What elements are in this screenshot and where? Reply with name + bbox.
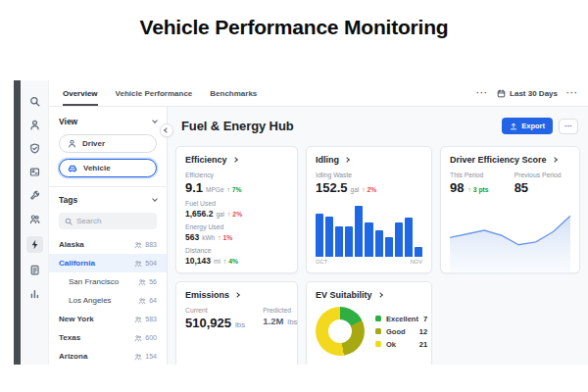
- state-row[interactable]: Texas600: [49, 328, 167, 347]
- ev-card-header[interactable]: EV Suitability: [316, 290, 422, 300]
- bar: [405, 218, 413, 257]
- chevron-right-icon: [232, 157, 238, 163]
- current-unit: lbs: [235, 320, 245, 329]
- ev-legend: Excellent7Good12Ok21: [375, 311, 427, 353]
- card-title: EV Suitability: [316, 290, 372, 300]
- export-button[interactable]: Export: [502, 118, 553, 134]
- state-label: Texas: [59, 333, 80, 342]
- current-value: 510,925: [185, 316, 231, 330]
- tag-search: [59, 213, 157, 229]
- bar: [375, 230, 383, 257]
- more-actions-button[interactable]: ···: [559, 119, 578, 134]
- search-icon: [65, 218, 73, 225]
- previous-period-label: Previous Period: [514, 172, 562, 178]
- state-row[interactable]: Los Angeles64: [49, 291, 167, 310]
- metric: Energy Used563kWh↑ 1%: [185, 223, 288, 242]
- bar: [415, 247, 422, 257]
- bar: [385, 237, 393, 257]
- view-option-label: Driver: [82, 139, 105, 148]
- bar: [335, 226, 343, 257]
- view-option-label: Vehicle: [83, 164, 111, 172]
- state-row[interactable]: Alaska883: [49, 235, 167, 254]
- this-period-value: 98: [450, 180, 464, 195]
- more-options-icon[interactable]: ···: [566, 88, 578, 98]
- emissions-card-header[interactable]: Emissions: [185, 290, 288, 300]
- tab-benchmarks[interactable]: Benchmarks: [210, 80, 257, 106]
- chevron-left-icon: [164, 127, 170, 133]
- filter-sidebar: View Driver Vehicle Tags: [49, 107, 168, 365]
- state-label: San Francisco: [69, 277, 119, 286]
- emissions-card: Emissions Current 510,925 lbs: [175, 281, 298, 365]
- donut-hole: [328, 319, 352, 343]
- efficiency-metrics: Efficiency9.1MPGe↑ 7%Fuel Used1,656.2gal…: [185, 172, 288, 266]
- metric-unit: gal: [351, 186, 360, 193]
- state-count: 56: [138, 278, 157, 286]
- legend-row: Excellent7: [375, 315, 427, 323]
- divider: [49, 186, 167, 187]
- state-row[interactable]: New York583: [49, 310, 167, 328]
- predicted-label: Predicted: [263, 307, 297, 314]
- shield-check-icon[interactable]: [28, 142, 41, 155]
- state-count: 883: [134, 241, 157, 249]
- metric: Efficiency9.1MPGe↑ 7%: [185, 172, 288, 195]
- main-content: Fuel & Energy Hub Export ··· Efficiency: [168, 107, 588, 365]
- predicted-unit: lbs: [287, 318, 297, 326]
- state-row[interactable]: San Francisco56: [49, 272, 167, 291]
- notebook-icon[interactable]: [28, 264, 41, 276]
- bar: [345, 226, 353, 257]
- bar: [355, 206, 363, 257]
- bolt-icon[interactable]: [26, 236, 43, 253]
- bar-chart-icon[interactable]: [28, 287, 41, 300]
- state-label: California: [59, 259, 95, 268]
- metric-label: Idling Waste: [316, 172, 422, 178]
- date-range-label: Last 30 Days: [510, 89, 558, 98]
- view-option-vehicle[interactable]: Vehicle: [59, 159, 157, 177]
- calendar-icon: [497, 89, 506, 98]
- driver-score-card-header[interactable]: Driver Efficiency Score: [450, 155, 570, 165]
- tab-vehicle-performance[interactable]: Vehicle Performance: [116, 80, 193, 106]
- bar: [395, 222, 403, 257]
- team-icon[interactable]: [28, 213, 41, 225]
- view-section-label: View: [59, 117, 77, 126]
- state-count: 504: [134, 260, 157, 268]
- page-heading: Fuel & Energy Hub: [181, 119, 294, 133]
- view-section-header[interactable]: View: [59, 117, 157, 126]
- export-icon: [510, 122, 517, 130]
- state-row[interactable]: California504: [49, 254, 167, 272]
- id-card-icon[interactable]: [28, 166, 41, 178]
- search-icon[interactable]: [28, 95, 41, 108]
- idling-card-header[interactable]: Idling: [316, 155, 422, 165]
- state-row[interactable]: Arizona154: [49, 347, 167, 365]
- state-label: Alaska: [59, 240, 84, 249]
- tags-section-header[interactable]: Tags: [59, 195, 157, 205]
- org-icon[interactable]: [28, 119, 41, 131]
- efficiency-card-header[interactable]: Efficiency: [185, 155, 288, 165]
- wrench-icon[interactable]: [28, 189, 41, 202]
- metric: Distance10,143mi↑ 4%: [185, 247, 288, 266]
- state-label: New York: [59, 315, 94, 323]
- metric: Fuel Used1,656.2gal↑ 2%: [185, 200, 288, 219]
- search-input[interactable]: [76, 217, 155, 225]
- date-range-picker[interactable]: Last 30 Days: [497, 89, 558, 98]
- sidebar-collapse-button[interactable]: [160, 123, 173, 137]
- view-option-driver[interactable]: Driver: [59, 134, 157, 153]
- state-label: Arizona: [59, 352, 87, 361]
- x-axis-start-label: OCT: [316, 259, 327, 265]
- more-menu-icon[interactable]: ···: [476, 88, 488, 98]
- bar: [325, 217, 333, 257]
- export-label: Export: [521, 122, 545, 130]
- app-edge-strip: [14, 80, 21, 365]
- metric-delta: ↑ 2%: [362, 186, 376, 193]
- state-count: 64: [138, 297, 157, 305]
- driver-icon: [68, 139, 76, 148]
- driver-score-trend-chart: [450, 203, 570, 275]
- idling-bar-chart: [316, 202, 422, 257]
- tab-overview[interactable]: Overview: [63, 80, 98, 106]
- card-title: Driver Efficiency Score: [450, 155, 547, 165]
- current-label: Current: [185, 307, 245, 314]
- page-title: Vehicle Performance Monitoring: [0, 16, 588, 39]
- state-count: 583: [134, 316, 157, 323]
- previous-period-value: 85: [514, 180, 528, 195]
- legend-row: Ok21: [375, 340, 427, 349]
- efficiency-card: Efficiency Efficiency9.1MPGe↑ 7%Fuel Use…: [175, 146, 298, 273]
